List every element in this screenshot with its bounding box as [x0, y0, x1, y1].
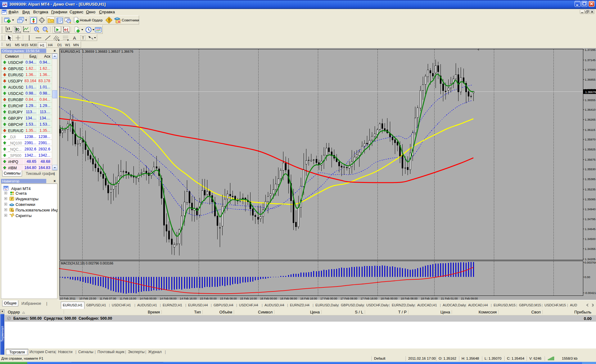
svg-text:0.00: 0.00 [585, 276, 590, 279]
svg-text:1.36265: 1.36265 [585, 118, 595, 121]
svg-text:1.35385: 1.35385 [585, 177, 595, 181]
svg-text:1.35825: 1.35825 [585, 148, 595, 151]
svg-text:1.34355: 1.34355 [585, 247, 595, 251]
svg-text:1.37295: 1.37295 [585, 48, 595, 51]
svg-text:F: F [67, 39, 69, 41]
svg-text:1.36115: 1.36115 [585, 128, 595, 131]
svg-text:T: T [82, 36, 84, 40]
svg-text:1.35235: 1.35235 [585, 188, 595, 191]
svg-text:1.34500: 1.34500 [585, 237, 595, 241]
svg-text:1.36410: 1.36410 [585, 108, 595, 111]
svg-text:0.003764: 0.003764 [585, 261, 596, 264]
svg-text:1.34795: 1.34795 [585, 217, 595, 221]
svg-text:1.36555: 1.36555 [585, 98, 595, 102]
svg-text:1.35970: 1.35970 [585, 138, 595, 141]
svg-text:1.34645: 1.34645 [585, 227, 595, 231]
svg-text:1.34940: 1.34940 [585, 207, 595, 211]
svg-text:MACD(24,52,18) 0.002796 0.0031: MACD(24,52,18) 0.002796 0.003166 [61, 262, 113, 265]
svg-text:1.35675: 1.35675 [585, 158, 595, 161]
svg-text:EURUSD,H1 1.36659 1.36683 1.3: EURUSD,H1 1.36659 1.36683 1.36537 1.3667… [61, 50, 133, 53]
svg-text:1.36855: 1.36855 [585, 78, 595, 81]
svg-text:1.35530: 1.35530 [585, 167, 595, 171]
svg-text:1.37000: 1.37000 [585, 68, 595, 71]
svg-text:E: E [58, 39, 60, 41]
svg-text:1.36676: 1.36676 [585, 90, 596, 94]
svg-text:1.34205: 1.34205 [585, 257, 595, 261]
svg-text:1.35085: 1.35085 [585, 198, 595, 201]
svg-text:A: A [73, 35, 76, 41]
svg-text:-0.00421: -0.00421 [585, 291, 596, 295]
svg-text:1.37145: 1.37145 [585, 58, 595, 62]
